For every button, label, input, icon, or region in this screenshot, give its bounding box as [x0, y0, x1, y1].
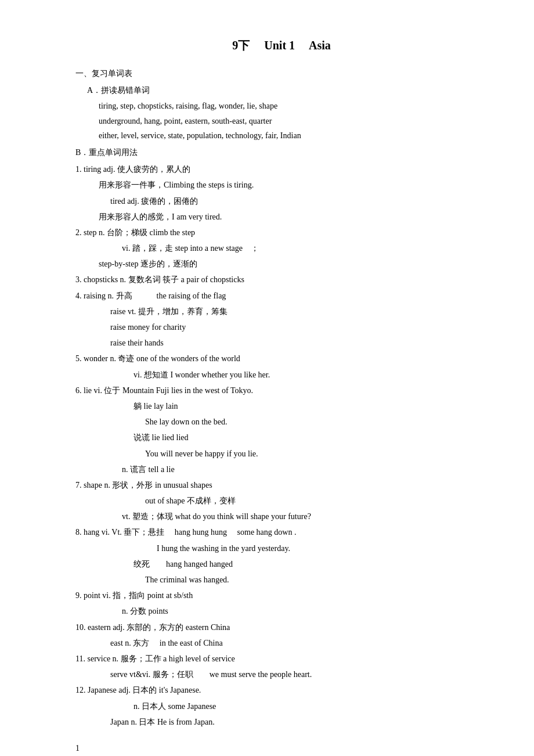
- entry-4-line2: raise vt. 提升，增加，养育，筹集: [110, 304, 488, 319]
- entry-6-line3: She lay down on the bed.: [145, 415, 488, 429]
- entry-5-line1: 5. wonder n. 奇迹 one of the wonders of th…: [75, 351, 488, 366]
- entry-8-line1: 8. hang vi. Vt. 垂下；悬挂 hang hung hung som…: [75, 525, 488, 539]
- word-line-3: either, level, service, state, populatio…: [99, 128, 488, 143]
- entry-11-line1: 11. service n. 服务；工作 a high level of ser…: [75, 651, 488, 666]
- entry-2-line1: 2. step n. 台阶；梯级 climb the step: [75, 225, 488, 240]
- page-number: 1: [75, 741, 488, 755]
- entry-1-line3: tired adj. 疲倦的，困倦的: [110, 194, 488, 208]
- entry-7-line3: vt. 塑造；体现 what do you think will shape y…: [122, 509, 488, 524]
- entry-6-line6: n. 谎言 tell a lie: [122, 462, 488, 477]
- sectionB-header: B．重点单词用法: [75, 145, 488, 160]
- entry-8-line2: I hung the washing in the yard yesterday…: [157, 541, 488, 556]
- entry-6-line1: 6. lie vi. 位于 Mountain Fuji lies in the …: [75, 383, 488, 398]
- page-title: 9下 Unit 1 Asia: [75, 35, 488, 56]
- entry-7-line1: 7. shape n. 形状，外形 in unusual shapes: [75, 478, 488, 492]
- entry-4-line3: raise money for charity: [110, 320, 488, 334]
- entry-10-line1: 10. eastern adj. 东部的，东方的 eastern China: [75, 620, 488, 635]
- word-line-1: tiring, step, chopsticks, raising, flag,…: [99, 99, 488, 113]
- section1-header: 一、复习单词表: [75, 66, 488, 81]
- entry-3-line1: 3. chopsticks n. 复数名词 筷子 a pair of chops…: [75, 272, 488, 287]
- entry-7-line2: out of shape 不成样，变样: [145, 494, 488, 508]
- entry-2-line3: step-by-step 逐步的，逐渐的: [99, 257, 488, 271]
- entry-1-line1: 1. tiring adj. 使人疲劳的，累人的: [75, 162, 488, 177]
- entry-10-line2: east n. 东方 in the east of China: [110, 636, 488, 650]
- entry-9-line2: n. 分数 points: [122, 604, 488, 618]
- entry-8-line3: 绞死 hang hanged hanged: [134, 557, 488, 571]
- entry-5-line2: vi. 想知道 I wonder whether you like her.: [134, 368, 488, 382]
- page-container: 9下 Unit 1 Asia 一、复习单词表 A．拼读易错单词 tiring, …: [75, 35, 488, 755]
- entry-12-line3: Japan n. 日本 He is from Japan.: [110, 715, 488, 729]
- entry-1-line4: 用来形容人的感觉，I am very tired.: [99, 210, 488, 224]
- entry-8-line4: The criminal was hanged.: [145, 573, 488, 587]
- entry-12-line2: n. 日本人 some Japanese: [134, 699, 488, 714]
- entry-4-line4: raise their hands: [110, 336, 488, 350]
- entry-11-line2: serve vt&vi. 服务；任职 we must serve the peo…: [110, 667, 488, 682]
- entry-2-line2: vi. 踏，踩，走 step into a new stage ；: [122, 241, 488, 255]
- entry-1-line2: 用来形容一件事，Climbing the steps is tiring.: [99, 178, 488, 192]
- entry-6-line2: 躺 lie lay lain: [134, 399, 488, 413]
- entry-6-line4: 说谎 lie lied lied: [134, 430, 488, 445]
- sectionA-header: A．拼读易错单词: [87, 83, 488, 98]
- entry-6-line5: You will never be happy if you lie.: [145, 447, 488, 461]
- word-line-2: underground, hang, point, eastern, south…: [99, 114, 488, 128]
- entry-4-line1: 4. raising n. 升高 the raising of the flag: [75, 289, 488, 303]
- entry-9-line1: 9. point vi. 指，指向 point at sb/sth: [75, 588, 488, 603]
- entry-12-line1: 12. Japanese adj. 日本的 it's Japanese.: [75, 683, 488, 697]
